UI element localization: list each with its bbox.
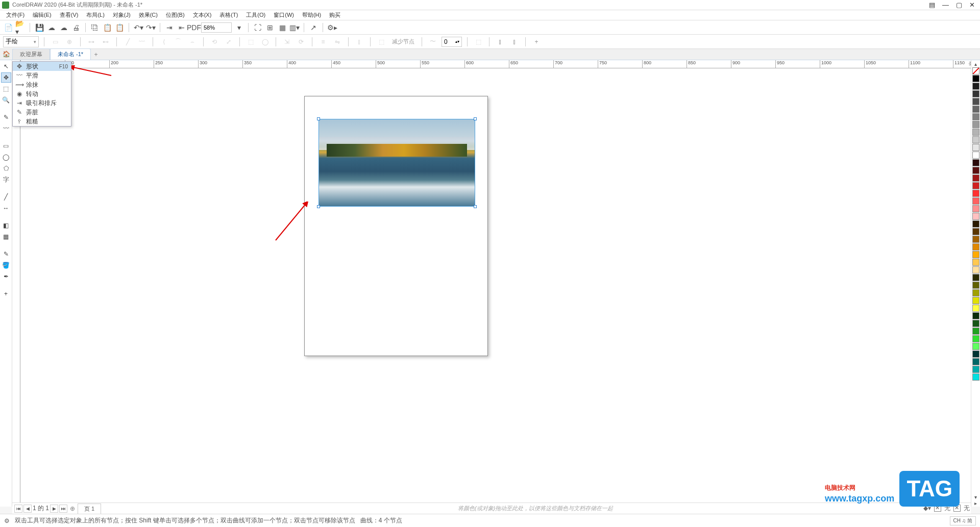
rulers-button[interactable]: ⊞ — [265, 22, 275, 33]
shape-tool[interactable]: ✥ — [1, 72, 11, 83]
flyout-smear[interactable]: ⟿涂抹 — [13, 80, 71, 89]
color-swatch[interactable] — [972, 159, 979, 166]
ellipse-tool[interactable]: ◯ — [1, 152, 11, 162]
color-swatch[interactable] — [972, 136, 979, 143]
color-swatch[interactable] — [972, 350, 979, 358]
more-icon[interactable]: ⫿ — [509, 36, 520, 47]
color-swatch[interactable] — [972, 274, 979, 281]
color-swatch[interactable] — [972, 220, 979, 228]
add-icon[interactable]: + — [531, 36, 542, 47]
color-swatch[interactable] — [972, 366, 979, 373]
menu-text[interactable]: 文本(X) — [190, 10, 215, 20]
zoom-tool[interactable]: 🔍 — [1, 95, 11, 105]
pdf-button[interactable]: PDF — [189, 22, 199, 33]
menu-help[interactable]: 帮助(H) — [299, 10, 324, 20]
text-tool[interactable]: 字 — [1, 174, 11, 185]
transparency-tool[interactable]: ▦ — [1, 232, 11, 242]
flyout-shape[interactable]: ✥形状F10 — [13, 62, 71, 71]
handle-top-right[interactable] — [474, 117, 477, 120]
status-gear-icon[interactable]: ⚙ — [4, 517, 10, 524]
redo-button[interactable]: ↷▾ — [145, 22, 156, 33]
first-page-button[interactable]: ⏮ — [14, 505, 22, 513]
print-button[interactable]: 🖨 — [71, 22, 81, 33]
menu-tools[interactable]: 工具(O) — [243, 10, 268, 20]
add-tool[interactable]: + — [1, 289, 11, 299]
flyout-twirl[interactable]: ◉转动 — [13, 89, 71, 98]
color-swatch[interactable] — [972, 83, 979, 90]
cloud-down-button[interactable]: ☁ — [59, 22, 69, 33]
options-button[interactable]: ⚙▸ — [327, 22, 337, 33]
handle-bottom-left[interactable] — [317, 205, 320, 208]
app-options-icon[interactable]: ▤ — [929, 1, 935, 9]
zoom-dropdown-icon[interactable]: ▾ — [234, 22, 244, 33]
color-swatch[interactable] — [972, 328, 979, 335]
color-swatch[interactable] — [972, 266, 979, 273]
menu-bitmap[interactable]: 位图(B) — [163, 10, 188, 20]
color-swatch[interactable] — [972, 236, 979, 243]
color-swatch[interactable] — [972, 297, 979, 304]
cloud-up-button[interactable]: ☁ — [46, 22, 57, 33]
color-swatch[interactable] — [972, 289, 979, 296]
last-page-button[interactable]: ⏭ — [59, 505, 67, 513]
color-swatch[interactable] — [972, 90, 979, 97]
open-button[interactable]: 📂▾ — [15, 22, 26, 33]
outline-tool[interactable]: ✒ — [1, 271, 11, 282]
zoom-input[interactable] — [201, 22, 232, 33]
welcome-tab[interactable]: 欢迎屏幕 — [12, 48, 50, 60]
color-swatch[interactable] — [972, 190, 979, 197]
palette-menu-icon[interactable]: ▸ — [974, 500, 977, 507]
handle-bottom-right[interactable] — [474, 205, 477, 208]
color-swatch[interactable] — [972, 335, 979, 342]
color-swatch[interactable] — [972, 152, 979, 159]
undo-button[interactable]: ↶▾ — [133, 22, 143, 33]
document-tab[interactable]: 未命名 -1* — [50, 48, 91, 60]
flyout-roughen[interactable]: ⫯粗糙 — [13, 117, 71, 126]
smooth-spinner[interactable]: 0▴▾ — [442, 37, 462, 47]
menu-buy[interactable]: 购买 — [326, 10, 344, 20]
paste-button[interactable]: 📋 — [102, 22, 112, 33]
color-swatch[interactable] — [972, 197, 979, 205]
dropshadow-tool[interactable]: ◧ — [1, 220, 11, 231]
color-swatch[interactable] — [972, 343, 979, 350]
handle-top-left[interactable] — [317, 117, 320, 120]
guides-button[interactable]: ▥▾ — [289, 22, 300, 33]
color-swatch[interactable] — [972, 167, 979, 174]
launch-button[interactable]: ↗ — [308, 22, 318, 33]
artistic-tool[interactable]: 〰 — [1, 123, 11, 134]
ime-indicator[interactable]: CH ♫ 简 — [950, 516, 976, 525]
export-button[interactable]: ⇤ — [177, 22, 187, 33]
add-tab-button[interactable]: + — [91, 49, 101, 60]
menu-effects[interactable]: 效果(C) — [136, 10, 161, 20]
color-swatch[interactable] — [972, 282, 979, 289]
color-swatch[interactable] — [972, 121, 979, 128]
color-swatch[interactable] — [972, 312, 979, 319]
color-swatch[interactable] — [972, 305, 979, 312]
color-swatch[interactable] — [972, 243, 979, 250]
freehand-tool[interactable]: ✎ — [1, 112, 11, 122]
color-swatch[interactable] — [972, 75, 979, 82]
color-swatch[interactable] — [972, 373, 979, 381]
fullscreen-button[interactable]: ⛶ — [253, 22, 263, 33]
mode-combo[interactable]: 手绘 — [3, 36, 39, 47]
next-page-button[interactable]: ▶ — [50, 505, 58, 513]
no-fill-swatch[interactable] — [972, 67, 979, 74]
page-tab[interactable]: 页 1 — [78, 504, 101, 514]
color-swatch[interactable] — [972, 113, 979, 120]
prev-page-button[interactable]: ◀ — [23, 505, 32, 513]
copy-button[interactable]: ⿻ — [90, 22, 100, 33]
color-swatch[interactable] — [972, 320, 979, 327]
add-page-button[interactable]: ⊕ — [68, 505, 77, 513]
flyout-smooth[interactable]: 〰平滑 — [13, 71, 71, 80]
polygon-tool[interactable]: ⬠ — [1, 163, 11, 173]
color-swatch[interactable] — [972, 98, 979, 105]
menu-view[interactable]: 查看(V) — [57, 10, 82, 20]
menu-window[interactable]: 窗口(W) — [271, 10, 297, 20]
palette-up-icon[interactable]: ▴ — [974, 61, 977, 67]
flyout-smudge[interactable]: ✎弄脏 — [13, 108, 71, 117]
rectangle-tool[interactable]: ▭ — [1, 141, 11, 151]
pick-tool[interactable]: ↖ — [1, 61, 11, 71]
menu-edit[interactable]: 编辑(E) — [30, 10, 55, 20]
maximize-icon[interactable]: ▢ — [956, 1, 962, 9]
crop-tool[interactable]: ⬚ — [1, 84, 11, 94]
menu-file[interactable]: 文件(F) — [3, 10, 28, 20]
